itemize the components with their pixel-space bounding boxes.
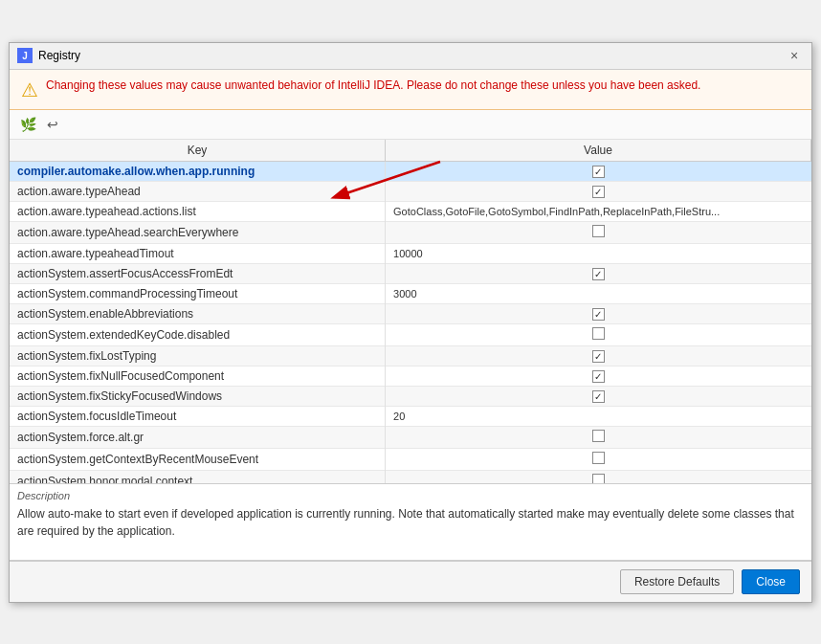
key-cell: actionSystem.force.alt.gr xyxy=(10,426,386,448)
registry-window: J Registry × ⚠ Changing these values may… xyxy=(9,42,812,603)
warning-text: Changing these values may cause unwanted… xyxy=(46,78,700,94)
value-cell[interactable] xyxy=(386,303,811,323)
checkbox-1[interactable] xyxy=(592,186,605,198)
value-cell[interactable] xyxy=(386,323,811,345)
key-cell: action.aware.typeAhead.searchEverywhere xyxy=(10,221,386,243)
reset-icon: ↩ xyxy=(47,117,58,132)
key-cell: actionSystem.assertFocusAccessFromEdt xyxy=(10,263,386,283)
close-window-button[interactable]: × xyxy=(785,46,804,65)
key-cell: actionSystem.extendedKeyCode.disabled xyxy=(10,323,386,345)
value-cell[interactable] xyxy=(386,221,811,243)
checkbox-11[interactable] xyxy=(592,390,605,403)
key-cell: actionSystem.enableAbbreviations xyxy=(10,303,386,323)
value-cell[interactable]: GotoClass,GotoFile,GotoSymbol,FindInPath… xyxy=(386,201,811,221)
title-bar: J Registry × xyxy=(10,43,811,70)
checkbox-15[interactable] xyxy=(592,474,605,484)
key-cell: action.aware.typeahead.actions.list xyxy=(10,201,386,221)
table-row[interactable]: actionSystem.fixNullFocusedComponent xyxy=(10,366,811,386)
reset-button[interactable]: ↩ xyxy=(42,114,63,135)
table-row[interactable]: actionSystem.extendedKeyCode.disabled xyxy=(10,323,811,345)
table-row[interactable]: actionSystem.force.alt.gr xyxy=(10,426,811,448)
col-header-key: Key xyxy=(10,140,386,162)
checkbox-5[interactable] xyxy=(592,268,605,280)
checkbox-3[interactable] xyxy=(592,225,605,237)
warning-bar: ⚠ Changing these values may cause unwant… xyxy=(10,70,811,110)
registry-table: Key Value compiler.automake.allow.when.a… xyxy=(10,140,811,484)
toolbar: 🌿 ↩ xyxy=(10,110,811,140)
table-row[interactable]: actionSystem.fixStickyFocusedWindows xyxy=(10,386,811,406)
value-cell[interactable] xyxy=(386,426,811,448)
key-cell: compiler.automake.allow.when.app.running xyxy=(10,161,386,181)
window-title: Registry xyxy=(38,49,80,62)
value-cell[interactable] xyxy=(386,386,811,406)
table-row[interactable]: action.aware.typeahead.actions.listGotoC… xyxy=(10,201,811,221)
table-row[interactable]: action.aware.typeAhead.searchEverywhere xyxy=(10,221,811,243)
checkbox-9[interactable] xyxy=(592,350,605,363)
table-row[interactable]: actionSystem.enableAbbreviations xyxy=(10,303,811,323)
table-row[interactable]: action.aware.typeAhead xyxy=(10,181,811,201)
description-label: Description xyxy=(17,490,804,501)
value-text-12: 20 xyxy=(393,411,803,422)
value-text-4: 10000 xyxy=(393,248,803,259)
key-cell: action.aware.typeaheadTimout xyxy=(10,243,386,263)
table-row[interactable]: actionSystem.getContextByRecentMouseEven… xyxy=(10,448,811,470)
key-cell: actionSystem.getContextByRecentMouseEven… xyxy=(10,448,386,470)
table-row[interactable]: compiler.automake.allow.when.app.running xyxy=(10,161,811,181)
restore-defaults-button[interactable]: Restore Defaults xyxy=(620,569,734,594)
checkbox-10[interactable] xyxy=(592,370,605,383)
button-bar: Restore Defaults Close xyxy=(10,561,811,602)
value-cell[interactable] xyxy=(386,366,811,386)
value-cell[interactable] xyxy=(386,448,811,470)
registry-table-container[interactable]: Key Value compiler.automake.allow.when.a… xyxy=(10,140,811,484)
close-button[interactable]: Close xyxy=(742,569,800,594)
key-cell: actionSystem.focusIdleTimeout xyxy=(10,406,386,426)
warning-icon: ⚠ xyxy=(21,78,38,101)
value-cell[interactable] xyxy=(386,263,811,283)
value-cell[interactable] xyxy=(386,161,811,181)
checkbox-8[interactable] xyxy=(592,327,605,340)
checkbox-7[interactable] xyxy=(592,308,605,321)
value-cell[interactable] xyxy=(386,181,811,201)
table-row[interactable]: actionSystem.commandProcessingTimeout300… xyxy=(10,283,811,303)
key-cell: action.aware.typeAhead xyxy=(10,181,386,201)
checkbox-14[interactable] xyxy=(592,452,605,464)
value-cell[interactable] xyxy=(386,345,811,366)
key-cell: actionSystem.fixStickyFocusedWindows xyxy=(10,386,386,406)
col-header-value: Value xyxy=(386,140,811,162)
value-text-6: 3000 xyxy=(393,288,803,300)
value-cell[interactable]: 10000 xyxy=(386,243,811,263)
add-button[interactable]: 🌿 xyxy=(17,114,38,135)
value-cell[interactable] xyxy=(386,470,811,484)
app-icon: J xyxy=(17,48,33,63)
table-row[interactable]: actionSystem.assertFocusAccessFromEdt xyxy=(10,263,811,283)
key-cell: actionSystem.fixLostTyping xyxy=(10,345,386,366)
value-text-2: GotoClass,GotoFile,GotoSymbol,FindInPath… xyxy=(393,206,803,217)
value-cell[interactable]: 20 xyxy=(386,406,811,426)
table-row[interactable]: actionSystem.focusIdleTimeout20 xyxy=(10,406,811,426)
table-row[interactable]: actionSystem.fixLostTyping xyxy=(10,345,811,366)
checkbox-0[interactable] xyxy=(592,166,605,178)
title-bar-left: J Registry xyxy=(17,48,80,63)
add-icon: 🌿 xyxy=(20,117,36,132)
key-cell: actionSystem.honor.modal.context xyxy=(10,470,386,484)
table-row[interactable]: action.aware.typeaheadTimout10000 xyxy=(10,243,811,263)
description-area: Description Allow auto-make to start eve… xyxy=(10,484,811,561)
value-cell[interactable]: 3000 xyxy=(386,283,811,303)
description-text: Allow auto-make to start even if develop… xyxy=(17,505,804,540)
checkbox-13[interactable] xyxy=(592,430,605,442)
key-cell: actionSystem.fixNullFocusedComponent xyxy=(10,366,386,386)
key-cell: actionSystem.commandProcessingTimeout xyxy=(10,283,386,303)
table-row[interactable]: actionSystem.honor.modal.context xyxy=(10,470,811,484)
